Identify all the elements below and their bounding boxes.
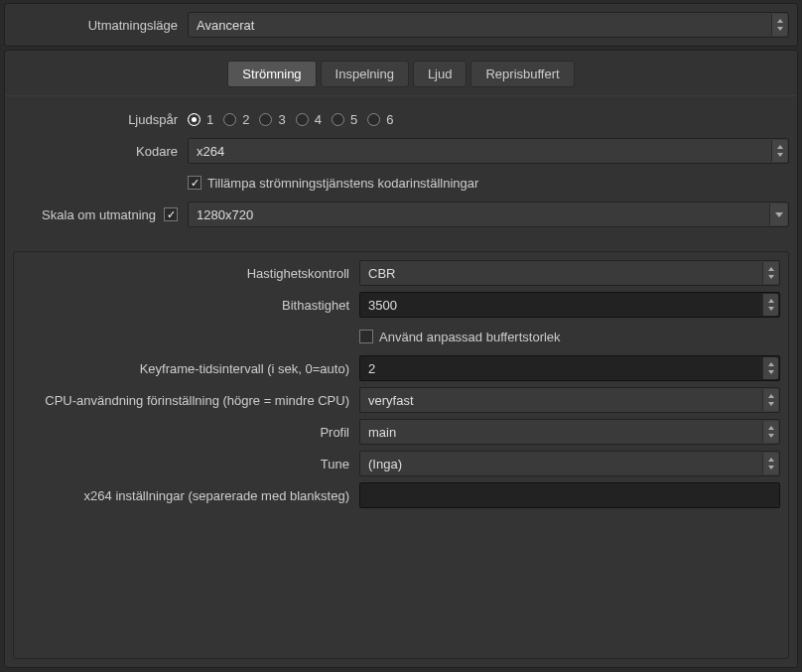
keyframe-value: 2 [368, 361, 375, 376]
radio-icon [223, 113, 236, 126]
audio-track-2[interactable]: 2 [223, 112, 249, 127]
tab-streaming[interactable]: Strömning [227, 61, 316, 87]
tab-recording[interactable]: Inspelning [321, 61, 409, 87]
chevron-down-icon [769, 203, 787, 225]
encoder-select[interactable]: x264 [188, 138, 789, 164]
spin-icon [771, 14, 787, 36]
profile-label: Profil [22, 425, 359, 440]
tune-label: Tune [22, 457, 359, 471]
spin-icon [762, 262, 778, 284]
radio-icon [367, 113, 380, 126]
profile-select[interactable]: main [359, 419, 780, 445]
radio-icon [332, 113, 344, 126]
output-mode-value: Avancerat [197, 18, 254, 33]
x264opts-input[interactable] [359, 482, 780, 508]
custom-buffer-checkbox[interactable] [359, 330, 373, 343]
tab-replay[interactable]: Reprisbuffert [470, 61, 574, 87]
tabs-bar: Strömning Inspelning Ljud Reprisbuffert [5, 51, 797, 96]
audio-track-4[interactable]: 4 [296, 112, 322, 127]
encoder-value: x264 [197, 144, 224, 159]
tune-select[interactable]: (Inga) [359, 451, 780, 476]
audio-track-5[interactable]: 5 [332, 112, 357, 127]
streaming-general-form: Ljudspår 1 2 3 4 5 6 Kodare x264 [5, 96, 797, 243]
output-settings-panel: Strömning Inspelning Ljud Reprisbuffert … [4, 50, 798, 668]
audio-track-3[interactable]: 3 [259, 112, 285, 127]
cpu-preset-label: CPU-användning förinställning (högre = m… [22, 393, 359, 408]
bitrate-value: 3500 [368, 298, 397, 313]
apply-service-label: Tillämpa strömningstjänstens kodarinstäl… [207, 176, 478, 191]
bitrate-input[interactable]: 3500 [359, 292, 780, 318]
tab-audio[interactable]: Ljud [413, 61, 468, 87]
spin-icon [762, 389, 778, 411]
spin-icon [771, 140, 787, 162]
x264opts-label: x264 inställningar (separerade med blank… [22, 488, 359, 503]
radio-icon [296, 113, 309, 126]
tune-value: (Inga) [368, 457, 402, 471]
spin-icon [762, 453, 778, 474]
rescale-label: Skala om utmatning [42, 207, 156, 222]
rescale-checkbox[interactable] [164, 207, 178, 221]
rate-control-select[interactable]: CBR [359, 260, 780, 286]
profile-value: main [368, 425, 396, 440]
rate-control-value: CBR [368, 266, 395, 281]
output-mode-label: Utmatningsläge [13, 18, 188, 33]
keyframe-label: Keyframe-tidsintervall (i sek, 0=auto) [22, 361, 359, 376]
output-mode-select[interactable]: Avancerat [188, 12, 789, 38]
cpu-preset-select[interactable]: veryfast [359, 387, 780, 413]
output-mode-panel: Utmatningsläge Avancerat [4, 3, 798, 47]
rescale-select[interactable]: 1280x720 [188, 202, 789, 227]
spin-icon [762, 357, 778, 379]
keyframe-input[interactable]: 2 [359, 355, 780, 381]
cpu-preset-value: veryfast [368, 393, 414, 408]
custom-buffer-label: Använd anpassad buffertstorlek [379, 330, 561, 344]
audio-track-6[interactable]: 6 [367, 112, 393, 127]
encoder-label: Kodare [13, 144, 188, 159]
rescale-value: 1280x720 [197, 207, 253, 222]
rate-control-label: Hastighetskontroll [22, 266, 359, 281]
apply-service-checkbox[interactable] [188, 176, 201, 190]
bitrate-label: Bithastighet [22, 298, 359, 313]
audio-track-1[interactable]: 1 [188, 112, 213, 127]
spin-icon [762, 421, 778, 443]
audio-tracks-group: 1 2 3 4 5 6 [188, 112, 393, 127]
radio-icon [259, 113, 272, 126]
spin-icon [762, 294, 778, 316]
radio-icon [188, 113, 200, 126]
encoder-settings-group: Hastighetskontroll CBR Bithastighet 3500 [13, 251, 789, 659]
audio-tracks-label: Ljudspår [13, 112, 188, 127]
